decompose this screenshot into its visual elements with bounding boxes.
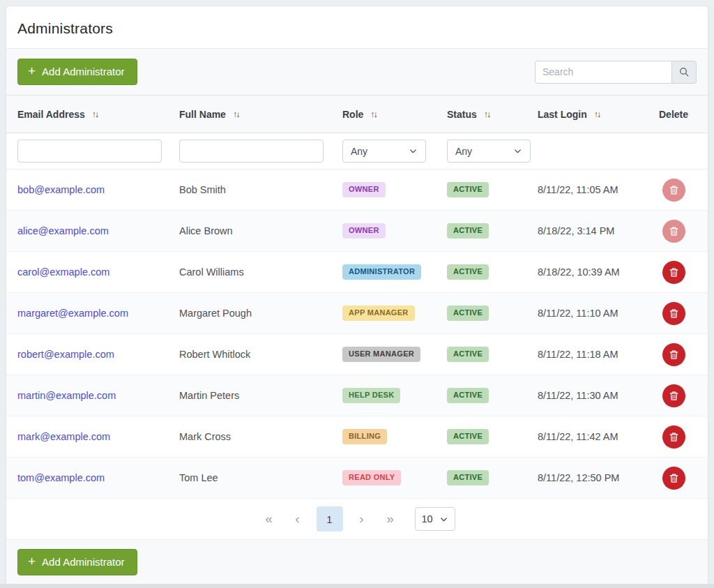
column-header-email[interactable]: Email Address ↑↓ (17, 109, 179, 120)
add-administrator-label: Add Administrator (42, 66, 124, 77)
table-row: robert@example.com Robert Whitlock USER … (6, 334, 708, 375)
email-link[interactable]: alice@example.com (17, 225, 109, 236)
column-label: Email Address (17, 109, 85, 120)
status-filter-select[interactable]: Any (447, 140, 531, 163)
trash-icon (669, 308, 679, 319)
email-link[interactable]: martin@example.com (17, 390, 116, 401)
column-label: Delete (659, 109, 688, 120)
column-header-role[interactable]: Role ↑↓ (342, 109, 447, 120)
last-login-text: 8/11/22, 11:18 AM (538, 349, 651, 360)
sort-icon[interactable]: ↑↓ (92, 110, 98, 119)
trash-icon (669, 185, 679, 195)
add-administrator-button[interactable]: + Add Administrator (17, 59, 137, 85)
role-badge: BILLING (342, 429, 387, 444)
role-badge: APP MANAGER (342, 306, 415, 321)
email-link[interactable]: bob@example.com (17, 184, 105, 195)
role-filter-select[interactable]: Any (342, 140, 426, 163)
table-header-row: Email Address ↑↓ Full Name ↑↓ Role ↑↓ St… (6, 96, 708, 133)
email-link[interactable]: tom@example.com (17, 472, 105, 483)
delete-button[interactable] (662, 343, 685, 366)
status-badge: ACTIVE (447, 388, 489, 403)
pagination: « ‹ 1 › » 10 (6, 499, 708, 539)
role-badge: OWNER (342, 223, 386, 239)
table-body: bob@example.com Bob Smith OWNER ACTIVE 8… (6, 169, 708, 499)
last-login-text: 8/11/22, 11:10 AM (538, 308, 651, 319)
sort-icon[interactable]: ↑↓ (484, 110, 490, 119)
page-size-select[interactable]: 10 (415, 507, 455, 531)
sort-icon[interactable]: ↑↓ (233, 110, 239, 119)
delete-button[interactable] (662, 261, 685, 284)
role-badge: OWNER (342, 182, 386, 197)
full-name-filter-input[interactable] (179, 140, 324, 163)
footer-bar: + Add Administrator (6, 539, 708, 585)
column-header-full-name[interactable]: Full Name ↑↓ (179, 109, 342, 120)
previous-page-button[interactable]: ‹ (288, 507, 307, 531)
delete-button[interactable] (662, 302, 685, 325)
page-title: Administrators (17, 20, 697, 37)
table-row: martin@example.com Martin Peters HELP DE… (6, 375, 708, 416)
column-label: Last Login (538, 109, 587, 120)
table-row: tom@example.com Tom Lee READ ONLY ACTIVE… (6, 458, 708, 499)
email-link[interactable]: mark@example.com (17, 431, 110, 442)
last-login-text: 8/18/22, 3:14 PM (538, 225, 651, 236)
page-size-value: 10 (422, 513, 433, 525)
plus-icon: + (28, 555, 36, 568)
sort-icon[interactable]: ↑↓ (594, 110, 600, 119)
delete-button[interactable] (662, 467, 685, 490)
sort-icon[interactable]: ↑↓ (370, 110, 377, 119)
column-label: Status (447, 109, 477, 120)
column-label: Role (342, 109, 363, 120)
full-name-text: Robert Whitlock (179, 349, 342, 360)
add-administrator-button-footer[interactable]: + Add Administrator (17, 549, 137, 575)
delete-button[interactable] (662, 179, 685, 202)
last-page-button[interactable]: » (381, 507, 400, 531)
full-name-text: Margaret Pough (179, 308, 342, 319)
trash-icon (669, 267, 679, 278)
status-badge: ACTIVE (447, 429, 489, 444)
status-badge: ACTIVE (447, 306, 489, 321)
trash-icon (669, 226, 679, 236)
search-input[interactable] (535, 61, 671, 84)
search-icon (678, 66, 690, 77)
current-page-button[interactable]: 1 (317, 506, 343, 532)
next-page-button[interactable]: › (352, 507, 372, 531)
status-filter-value: Any (455, 146, 472, 157)
email-link[interactable]: carol@exmaple.com (17, 266, 109, 278)
table-row: carol@exmaple.com Carol Williams ADMINIS… (6, 252, 708, 293)
delete-button[interactable] (662, 220, 685, 243)
status-badge: ACTIVE (447, 470, 489, 485)
first-page-button[interactable]: « (259, 507, 279, 531)
filter-row: Any Any (6, 133, 708, 169)
trash-icon (669, 349, 679, 360)
toolbar: + Add Administrator (6, 48, 708, 96)
trash-icon (669, 473, 679, 483)
full-name-text: Carol Williams (179, 266, 342, 278)
column-header-last-login[interactable]: Last Login ↑↓ (538, 109, 651, 120)
email-filter-input[interactable] (17, 140, 162, 163)
status-badge: ACTIVE (447, 264, 489, 280)
column-header-status[interactable]: Status ↑↓ (447, 109, 538, 120)
table-row: margaret@example.com Margaret Pough APP … (6, 293, 708, 334)
table-row: mark@example.com Mark Cross BILLING ACTI… (6, 416, 708, 458)
last-login-text: 8/18/22, 10:39 AM (538, 266, 651, 278)
search-group (535, 61, 697, 84)
full-name-text: Martin Peters (179, 390, 342, 401)
role-filter-value: Any (351, 146, 367, 157)
status-badge: ACTIVE (447, 347, 489, 362)
last-login-text: 8/11/22, 12:50 PM (538, 472, 651, 483)
administrators-panel: Administrators + Add Administrator Email… (6, 6, 708, 588)
last-login-text: 8/11/22, 11:42 AM (538, 431, 651, 442)
delete-button[interactable] (662, 425, 685, 448)
trash-icon (669, 391, 679, 401)
full-name-text: Tom Lee (179, 472, 342, 483)
search-button[interactable] (671, 61, 697, 84)
role-badge: ADMINISTRATOR (342, 264, 421, 280)
column-header-delete: Delete (651, 109, 697, 120)
add-administrator-label: Add Administrator (42, 556, 124, 568)
delete-button[interactable] (662, 384, 685, 407)
full-name-text: Mark Cross (179, 431, 342, 442)
title-bar: Administrators (6, 6, 708, 48)
page-bottom-strip (0, 584, 714, 588)
email-link[interactable]: robert@example.com (17, 349, 114, 360)
email-link[interactable]: margaret@example.com (17, 308, 128, 319)
